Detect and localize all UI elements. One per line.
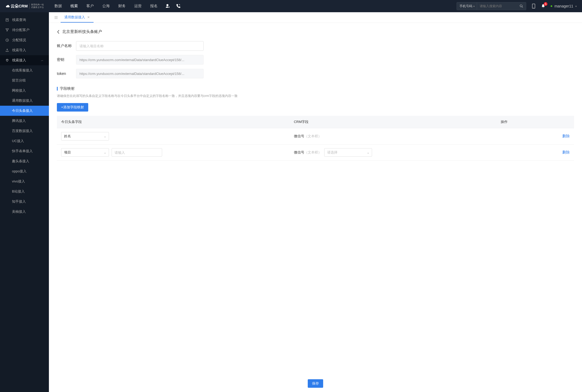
topnav-enroll[interactable]: 报名 <box>150 4 158 8</box>
sidebar-item-kuaishou[interactable]: 快手表单接入 <box>0 146 49 156</box>
delete-link[interactable]: 删除 <box>562 134 570 138</box>
topnav-finance[interactable]: 财务 <box>118 4 126 8</box>
content: 北京昱新科技头条账户 账户名称 密钥 token 字段映射 请确保您在此填写的头… <box>49 23 582 392</box>
chevron-down-icon: ⌄ <box>104 135 106 138</box>
topnav: 数据 线索 客户 公海 财务 运营 报名 <box>54 4 158 8</box>
notification-badge: 5 <box>544 2 547 6</box>
main: 通用数据接入 ✕ 北京昱新科技头条账户 账户名称 密钥 token <box>49 12 582 392</box>
col-toutiao: 今日头条字段 <box>57 116 290 128</box>
chevron-up-icon: ︿ <box>41 58 44 62</box>
crm-field-label: 微信号 <box>294 134 304 138</box>
topnav-customer[interactable]: 客户 <box>86 4 94 8</box>
back-icon[interactable] <box>57 30 60 34</box>
topbar: 云朵CRM 教育机构一站 式服务云平台 数据 线索 客户 公海 财务 运营 报名… <box>0 0 582 12</box>
close-icon[interactable]: ✕ <box>87 15 90 19</box>
sidebar-item-online-service[interactable]: 在线客服接入 <box>0 65 49 75</box>
save-button[interactable]: 保存 <box>308 379 323 388</box>
mobile-icon[interactable] <box>532 3 536 9</box>
col-crm: CRM字段 <box>290 116 496 128</box>
toutiao-field-select[interactable]: 姓名 ⌄ <box>61 132 109 140</box>
plug-icon <box>5 58 9 62</box>
topnav-data[interactable]: 数据 <box>54 4 62 8</box>
sidebar-item-general-data[interactable]: 通用数据接入 <box>0 96 49 106</box>
sidebar-item-tencent[interactable]: 腾讯接入 <box>0 116 49 126</box>
search-icon[interactable] <box>517 4 526 8</box>
section-bar <box>57 87 58 91</box>
filter-icon <box>5 28 9 32</box>
doc-icon <box>5 18 9 22</box>
sidebar-item-message-group[interactable]: 留言分组 <box>0 75 49 86</box>
search-type-select[interactable]: 手机号码 ▾ <box>457 2 477 10</box>
chevron-down-icon: ▾ <box>473 5 475 8</box>
token-label: token <box>57 71 76 76</box>
crm-field-type: （文本框） <box>304 134 322 138</box>
sidebar-item-uc[interactable]: UC接入 <box>0 136 49 146</box>
user-add-icon[interactable] <box>165 4 170 8</box>
table-header-row: 今日头条字段 CRM字段 操作 <box>57 116 574 128</box>
sidebar-item-oppo[interactable]: oppo接入 <box>0 166 49 176</box>
sidebar-item-allocation[interactable]: 分配情况 <box>0 35 49 45</box>
chevron-down-icon: ▾ <box>575 5 577 8</box>
account-name-input[interactable] <box>76 41 204 51</box>
sidebar-item-vivo[interactable]: vivo接入 <box>0 176 49 186</box>
section-title: 字段映射 <box>60 86 75 91</box>
sidebar-item-pending[interactable]: 待分配客户 <box>0 25 49 35</box>
upload-icon <box>5 48 9 52</box>
sidebar-item-bilibili[interactable]: B站接入 <box>0 186 49 197</box>
search-input[interactable] <box>477 4 517 8</box>
sidebar-item-access[interactable]: 线索接入 ︿ <box>0 55 49 65</box>
crm-field-type: （文本框） <box>304 150 322 154</box>
crm-field-select[interactable]: 请选择 ⌄ <box>324 148 372 157</box>
topnav-ops[interactable]: 运营 <box>134 4 142 8</box>
sidebar-item-meiyou[interactable]: 美柚接入 <box>0 207 49 217</box>
user-menu[interactable]: manager11 ▾ <box>551 4 577 8</box>
section-hint: 请确保您在此填写的头条自定义字段名称与在今日头条平台中自定义的字段名称一致，并且… <box>57 94 574 98</box>
account-name-label: 账户名称 <box>57 44 76 48</box>
sidebar-item-zhihu[interactable]: 知乎接入 <box>0 197 49 207</box>
clock-icon <box>5 38 9 42</box>
tabs-menu-icon[interactable] <box>52 12 61 23</box>
secret-label: 密钥 <box>57 57 76 62</box>
cloud-icon <box>5 4 10 8</box>
delete-link[interactable]: 删除 <box>562 150 570 154</box>
add-mapping-button[interactable]: +添加字段映射 <box>57 103 88 112</box>
logo[interactable]: 云朵CRM 教育机构一站 式服务云平台 <box>5 3 44 8</box>
crm-field-label: 微信号 <box>294 150 304 154</box>
chevron-down-icon: ⌄ <box>104 151 106 154</box>
user-name: manager11 <box>554 4 573 8</box>
secret-input[interactable] <box>76 55 204 65</box>
token-input[interactable] <box>76 69 204 78</box>
page-title: 北京昱新科技头条账户 <box>62 29 102 34</box>
chevron-down-icon: ⌄ <box>367 151 369 154</box>
sidebar: 线索查询 待分配客户 分配情况 线索导入 线索接入 ︿ 在线客服接入 留言分组 … <box>0 12 49 392</box>
sidebar-item-clue-query[interactable]: 线索查询 <box>0 15 49 25</box>
sidebar-item-import[interactable]: 线索导入 <box>0 45 49 55</box>
col-action: 操作 <box>496 116 574 128</box>
tabs-bar: 通用数据接入 ✕ <box>49 12 582 23</box>
mapping-table: 今日头条字段 CRM字段 操作 姓名 ⌄ <box>57 116 574 161</box>
sidebar-item-qutoutiao[interactable]: 趣头条接入 <box>0 156 49 166</box>
topnav-pool[interactable]: 公海 <box>102 4 110 8</box>
sidebar-item-school[interactable]: 网校接入 <box>0 86 49 96</box>
search-box: 手机号码 ▾ <box>457 2 526 10</box>
tab-general-data[interactable]: 通用数据接入 ✕ <box>61 12 94 23</box>
svg-point-1 <box>533 7 534 8</box>
footer: 保存 <box>49 375 582 392</box>
sidebar-item-toutiao[interactable]: 今日头条接入 <box>0 106 49 116</box>
table-row: 姓名 ⌄ 微信号（文本框） 删除 <box>57 128 574 144</box>
topnav-clue[interactable]: 线索 <box>70 4 78 8</box>
extra-input[interactable] <box>112 148 162 157</box>
notification-button[interactable]: 5 <box>541 4 545 8</box>
sidebar-item-baidu[interactable]: 百度数据接入 <box>0 126 49 136</box>
table-row: 项目 ⌄ 微信号（文本框） 请选择 ⌄ <box>57 144 574 161</box>
status-dot <box>551 5 552 7</box>
toutiao-field-select[interactable]: 项目 ⌄ <box>61 148 109 157</box>
phone-icon[interactable] <box>176 4 180 8</box>
logo-brand: 云朵CRM <box>11 4 28 9</box>
